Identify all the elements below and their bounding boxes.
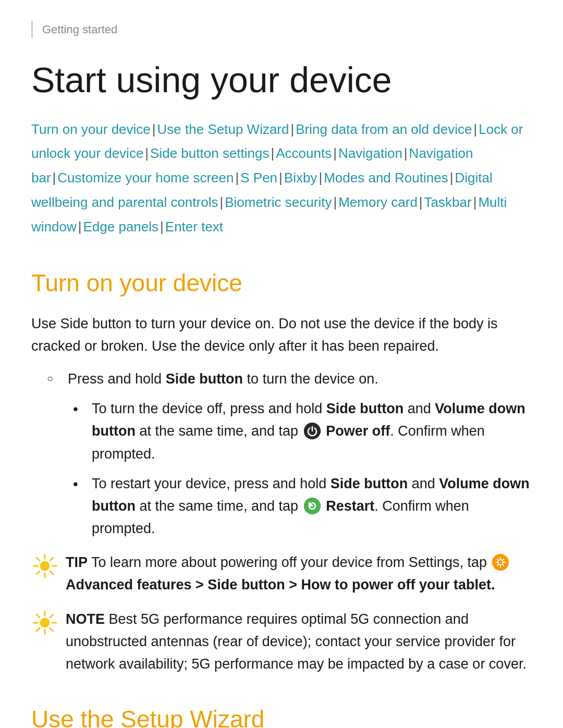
toc-link-spen[interactable]: S Pen — [240, 170, 277, 186]
dot-marker-1: • — [73, 399, 88, 419]
toc-link-bixby[interactable]: Bixby — [284, 170, 317, 186]
sub-bullet-list: • To turn the device off, press and hold… — [73, 398, 532, 540]
section2-title: Use the Setup Wizard — [31, 701, 532, 728]
sub-bullet-power-off-text: To turn the device off, press and hold S… — [92, 398, 532, 465]
toc-link-navigation[interactable]: Navigation — [338, 145, 402, 161]
toc-link-setup-wizard[interactable]: Use the Setup Wizard — [157, 121, 289, 137]
main-bullet-list: ○ Press and hold Side button to turn the… — [47, 368, 532, 540]
bullet-item-press-hold: ○ Press and hold Side button to turn the… — [47, 368, 532, 390]
toc-link-biometric[interactable]: Biometric security — [225, 194, 332, 210]
svg-line-19 — [50, 628, 53, 631]
toc-link-memory-card[interactable]: Memory card — [338, 194, 418, 210]
svg-line-18 — [36, 614, 40, 618]
svg-line-10 — [36, 571, 40, 574]
circle-marker: ○ — [47, 370, 63, 387]
svg-line-21 — [36, 628, 40, 631]
toc-link-bring-data[interactable]: Bring data from an old device — [296, 121, 472, 137]
toc-link-enter-text[interactable]: Enter text — [165, 219, 223, 235]
svg-line-7 — [36, 558, 40, 561]
tip-sun-icon — [31, 552, 58, 579]
section1-title: Turn on your device — [31, 265, 532, 301]
power-off-icon — [304, 423, 321, 439]
bullet-press-hold-text: Press and hold Side button to turn the d… — [68, 368, 378, 390]
toc-link-modes-routines[interactable]: Modes and Routines — [324, 170, 448, 186]
gear-icon — [492, 554, 509, 571]
toc-link-turn-on[interactable]: Turn on your device — [31, 121, 151, 137]
svg-point-11 — [492, 554, 509, 571]
restart-icon — [304, 498, 321, 514]
note-block: NOTE Best 5G performance requires optima… — [31, 608, 532, 676]
note-text: NOTE Best 5G performance requires optima… — [66, 608, 532, 676]
svg-point-2 — [40, 561, 50, 571]
svg-line-9 — [50, 558, 53, 561]
sub-bullet-power-off: • To turn the device off, press and hold… — [73, 398, 532, 465]
breadcrumb: Getting started — [31, 21, 532, 38]
toc-link-side-button[interactable]: Side button settings — [150, 145, 269, 161]
svg-line-20 — [50, 614, 53, 618]
sub-bullet-restart: • To restart your device, press and hold… — [73, 473, 532, 540]
toc-link-accounts[interactable]: Accounts — [276, 145, 332, 161]
toc-links: Turn on your device|Use the Setup Wizard… — [31, 117, 532, 239]
toc-link-edge-panels[interactable]: Edge panels — [83, 219, 158, 235]
dot-marker-2: • — [73, 474, 88, 494]
tip-block: TIP To learn more about powering off you… — [31, 551, 532, 596]
section1-intro: Use Side button to turn your device on. … — [31, 313, 532, 357]
toc-link-taskbar[interactable]: Taskbar — [424, 194, 472, 210]
page-title: Start using your device — [31, 59, 532, 102]
note-sun-icon — [31, 609, 58, 636]
svg-point-13 — [40, 618, 50, 627]
sub-bullet-restart-text: To restart your device, press and hold S… — [92, 473, 532, 540]
svg-line-8 — [50, 571, 53, 574]
tip-text: TIP To learn more about powering off you… — [66, 551, 532, 596]
toc-link-customize[interactable]: Customize your home screen — [57, 170, 234, 186]
